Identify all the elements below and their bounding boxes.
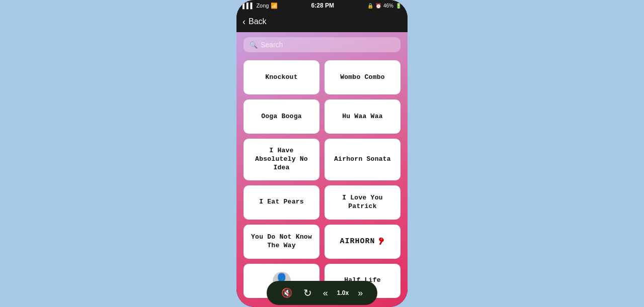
fast-forward-icon: » [358, 288, 363, 298]
sound-label-ooga-booga: Ooga Booga [261, 113, 302, 121]
nav-bar: ‹ Back [236, 11, 408, 32]
search-bar[interactable]: 🔍 Search [244, 37, 400, 52]
svg-rect-1 [379, 241, 382, 245]
sound-grid: Knockout Wombo Combo Ooga Booga Hu Waa W… [236, 57, 408, 307]
search-container: 🔍 Search [236, 32, 408, 57]
back-button[interactable]: ‹ Back [243, 17, 267, 27]
mute-icon: 🔇 [281, 287, 292, 298]
status-left: ▌▌▌ Zong 📶 [243, 3, 278, 9]
refresh-button[interactable]: ↻ [301, 285, 314, 301]
status-bar: ▌▌▌ Zong 📶 6:28 PM 🔒 ⏰ 46% 🔋 [236, 0, 408, 11]
sound-label-hu-waa-waa: Hu Waa Waa [342, 113, 383, 121]
mute-button[interactable]: 🔇 [279, 285, 294, 300]
sound-label-not-know-way: You Do Not Know The Way [249, 233, 314, 250]
alarm-icon: ⏰ [375, 3, 381, 9]
sound-button-ooga-booga[interactable]: Ooga Booga [244, 99, 319, 134]
search-icon: 🔍 [250, 41, 258, 49]
status-time: 6:28 PM [311, 2, 334, 9]
fast-forward-button[interactable]: » [356, 286, 365, 300]
pin-icon [375, 237, 385, 247]
status-right: 🔒 ⏰ 46% 🔋 [367, 3, 401, 9]
phone-frame: ▌▌▌ Zong 📶 6:28 PM 🔒 ⏰ 46% 🔋 ‹ Back 🔍 Se… [236, 0, 408, 307]
bottom-controls: 🔇 ↻ « 1.0x » [267, 281, 377, 305]
refresh-icon: ↻ [303, 287, 312, 299]
sound-button-knockout[interactable]: Knockout [244, 60, 319, 94]
sound-label-wombo-combo: Wombo Combo [340, 73, 385, 82]
sound-label-have-no-idea: I Have Absolutely No Idea [249, 147, 314, 172]
sound-label-knockout: Knockout [265, 73, 298, 82]
wifi-icon: 📶 [271, 3, 278, 9]
sound-button-have-no-idea[interactable]: I Have Absolutely No Idea [244, 139, 319, 180]
sound-label-eat-pears: I Eat Pears [259, 198, 304, 207]
sound-button-eat-pears[interactable]: I Eat Pears [244, 185, 319, 220]
sound-label-airhorn-sonata: Airhorn Sonata [334, 155, 391, 164]
speed-display: 1.0x [337, 289, 349, 296]
lock-icon: 🔒 [367, 3, 373, 9]
sound-button-love-patrick[interactable]: I Love You Patrick [325, 185, 400, 220]
battery-icon: 🔋 [395, 3, 401, 9]
sound-label-love-patrick: I Love You Patrick [330, 194, 395, 211]
back-label: Back [249, 17, 267, 26]
signal-icon: ▌▌▌ [243, 3, 254, 9]
speed-value: 1.0x [337, 289, 349, 296]
carrier-name: Zong [256, 3, 269, 9]
back-chevron-icon: ‹ [243, 17, 246, 27]
content-area: 🔍 Search Knockout Wombo Combo Ooga Booga… [236, 32, 408, 307]
rewind-icon: « [323, 288, 328, 298]
sound-button-hu-waa-waa[interactable]: Hu Waa Waa [325, 99, 400, 134]
rewind-button[interactable]: « [321, 286, 330, 300]
svg-point-2 [380, 238, 382, 240]
sound-button-airhorn[interactable]: AIRHORN [325, 225, 400, 259]
sound-label-airhorn: AIRHORN [340, 237, 375, 247]
search-placeholder: Search [261, 41, 283, 49]
sound-button-airhorn-sonata[interactable]: Airhorn Sonata [325, 139, 400, 180]
battery-level: 46% [383, 3, 393, 9]
sound-button-not-know-way[interactable]: You Do Not Know The Way [244, 225, 319, 259]
sound-button-wombo-combo[interactable]: Wombo Combo [325, 60, 400, 94]
